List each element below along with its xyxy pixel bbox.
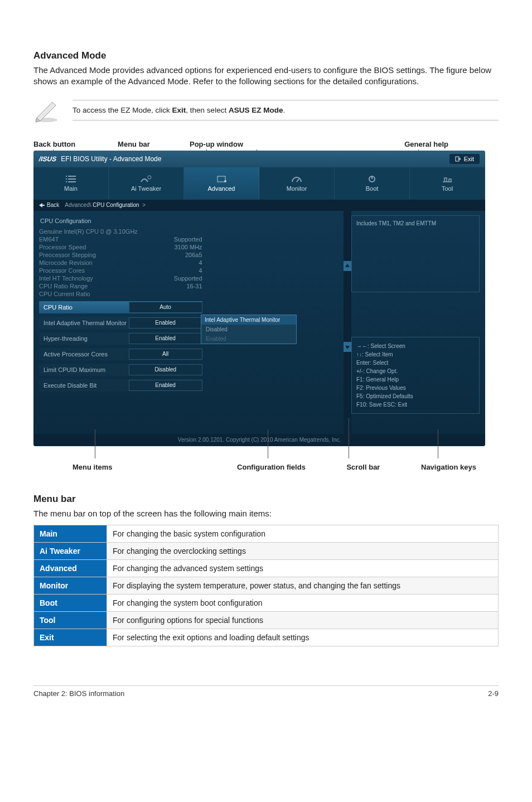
info-line: Preocessor Stepping206a5 xyxy=(39,251,202,259)
table-value: For displaying the system temperature, p… xyxy=(107,577,499,594)
tab-main[interactable]: Main xyxy=(33,167,109,200)
callout-label: Scroll bar xyxy=(346,463,380,471)
config-row[interactable]: Limit CPUID MaximumDisabled xyxy=(39,364,202,376)
table-key: Main xyxy=(34,525,107,542)
bios-left-pane: CPU Configuration Genuine Intel(R) CPU 0… xyxy=(33,211,208,434)
table-row: ExitFor selecting the exit options and l… xyxy=(34,629,499,646)
info-line: Genuine Intel(R) CPU 0 @ 3.10GHz xyxy=(39,228,202,235)
page-footer: Chapter 2: BIOS information 2-9 xyxy=(33,685,499,698)
callout-labels-top: Back button Menu bar Pop-up window Gener… xyxy=(33,140,499,148)
power-icon xyxy=(366,175,378,183)
leader-line xyxy=(349,418,349,458)
note-text-part: To access the EZ Mode, click xyxy=(72,106,172,114)
nav-key-line: →←: Select Screen xyxy=(356,342,475,350)
table-value: For changing the system boot configurati… xyxy=(107,594,499,611)
footer-right: 2-9 xyxy=(488,689,499,698)
callout-label: Menu bar xyxy=(78,140,190,148)
tab-aitweaker[interactable]: Ai Tweaker xyxy=(109,167,184,200)
note-text: To access the EZ Mode, click Exit, then … xyxy=(72,100,499,120)
exit-icon xyxy=(455,156,461,162)
bios-tabs: Main Ai Tweaker Advanced Monitor Boot xyxy=(33,167,485,200)
tab-advanced[interactable]: Advanced xyxy=(184,167,259,200)
tweaker-icon xyxy=(140,175,152,183)
svg-point-2 xyxy=(148,176,151,179)
config-row[interactable]: Active Processor CoresAll xyxy=(39,348,202,360)
callout-label: General help xyxy=(284,140,499,148)
pencil-icon xyxy=(33,98,59,123)
tab-label: Main xyxy=(64,185,78,192)
callout-label: Configuration fields xyxy=(237,463,306,471)
leader-line xyxy=(268,429,268,458)
tab-label: Ai Tweaker xyxy=(131,185,161,192)
note-text-bold: Exit xyxy=(172,106,186,114)
info-line: Intel HT TechnologySupported xyxy=(39,274,202,282)
table-key: Monitor xyxy=(34,577,107,594)
note: To access the EZ Mode, click Exit, then … xyxy=(33,98,499,123)
asus-logo: /ISUS xyxy=(39,155,56,163)
callout-label: Navigation keys xyxy=(421,463,476,471)
callout-labels-bottom: Menu items Configuration fields Scroll b… xyxy=(33,463,499,471)
table-value: For configuring options for special func… xyxy=(107,611,499,629)
bios-footer: Version 2.00.1201. Copyright (C) 2010 Am… xyxy=(33,434,485,446)
footer-left: Chapter 2: BIOS information xyxy=(33,689,124,698)
back-button[interactable]: Back xyxy=(39,202,59,208)
config-row[interactable]: CPU RatioAuto xyxy=(39,301,202,313)
popup-window: Intel Adaptive Thermal Monitor Disabled … xyxy=(201,315,297,344)
table-key: Ai Tweaker xyxy=(34,542,107,559)
nav-key-line: +/-: Change Opt. xyxy=(356,367,475,375)
list-icon xyxy=(65,175,77,183)
info-line: CPU Current Ratio xyxy=(39,290,202,298)
pane-header: CPU Configuration xyxy=(40,218,202,224)
section-heading: Menu bar xyxy=(33,494,499,505)
help-box: Includes TM1, TM2 and EMTTM xyxy=(351,215,480,292)
tab-label: Tool xyxy=(442,185,453,192)
table-value: For changing the overclocking settings xyxy=(107,542,499,559)
callout-label: Back button xyxy=(33,140,78,148)
menu-items-table: MainFor changing the basic system config… xyxy=(33,525,499,646)
table-row: Ai TweakerFor changing the overclocking … xyxy=(34,542,499,559)
info-line: Processor Cores4 xyxy=(39,267,202,274)
scrollbar-up-button[interactable] xyxy=(344,261,351,271)
exit-button[interactable]: Exit xyxy=(449,154,480,164)
svg-rect-3 xyxy=(217,176,225,182)
popup-title: Intel Adaptive Thermal Monitor xyxy=(201,315,296,325)
table-row: BootFor changing the system boot configu… xyxy=(34,594,499,611)
table-value: For changing the advanced system setting… xyxy=(107,559,499,577)
nav-key-line: F2: Previous Values xyxy=(356,384,475,392)
chip-icon xyxy=(215,175,228,183)
callout-label: Menu items xyxy=(72,463,113,471)
tab-monitor[interactable]: Monitor xyxy=(259,167,335,200)
chevron-up-icon xyxy=(344,261,351,271)
table-value: For changing the basic system configurat… xyxy=(107,525,499,542)
nav-key-line: Enter: Select xyxy=(356,359,475,367)
breadcrumb-path: Advanced\ CPU Configuration > xyxy=(65,202,146,208)
scrollbar-track[interactable] xyxy=(344,211,351,434)
config-row[interactable]: Intel Adaptive Thermal MonitorEnabled xyxy=(39,317,202,329)
popup-item[interactable]: Enabled xyxy=(201,334,296,344)
leader-line xyxy=(95,429,95,458)
table-key: Boot xyxy=(34,594,107,611)
info-line: EM64TSupported xyxy=(39,235,202,243)
nav-key-line: ↑↓: Select Item xyxy=(356,350,475,359)
info-line: Microcode Revision4 xyxy=(39,259,202,267)
section-body: The menu bar on top of the screen has th… xyxy=(33,508,499,519)
table-row: AdvancedFor changing the advanced system… xyxy=(34,559,499,577)
note-text-bold: ASUS EZ Mode xyxy=(229,106,283,114)
tab-boot[interactable]: Boot xyxy=(335,167,410,200)
config-row[interactable]: Execute Disable BitEnabled xyxy=(39,379,202,392)
nav-key-line: F10: Save ESC: Exit xyxy=(356,400,475,409)
tab-label: Advanced xyxy=(208,185,235,192)
scrollbar-down-button[interactable] xyxy=(344,342,351,352)
popup-item[interactable]: Disabled xyxy=(201,325,296,334)
tab-tool[interactable]: Tool xyxy=(410,167,485,200)
note-text-part: , then select xyxy=(186,106,229,114)
config-row[interactable]: Hyper-threadingEnabled xyxy=(39,332,202,345)
table-key: Exit xyxy=(34,629,107,646)
bios-screenshot: /ISUS EFI BIOS Utility - Advanced Mode E… xyxy=(33,151,485,446)
section-heading: Advanced Mode xyxy=(33,50,499,61)
table-row: ToolFor configuring options for special … xyxy=(34,611,499,629)
chevron-down-icon xyxy=(344,342,351,352)
table-key: Tool xyxy=(34,611,107,629)
bios-title: EFI BIOS Utility - Advanced Mode xyxy=(61,155,161,163)
callout-label: Pop-up window xyxy=(190,140,284,148)
